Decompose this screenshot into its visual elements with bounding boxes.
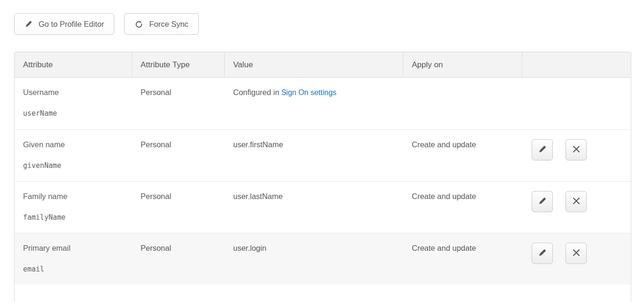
attribute-cell: Family name familyName [15, 182, 132, 233]
apply-on-cell: Create and update [403, 233, 522, 285]
attribute-type-cell: Personal [132, 78, 225, 129]
column-header-value: Value [225, 52, 403, 77]
attribute-variable: familyName [23, 213, 127, 222]
attribute-variable: email [23, 265, 127, 273]
close-icon [572, 248, 581, 259]
refresh-icon [134, 20, 143, 29]
value-cell: user.firstName [225, 130, 403, 181]
remove-attribute-button[interactable] [565, 243, 587, 264]
column-header-apply-on: Apply on [403, 52, 522, 77]
close-icon [572, 196, 581, 207]
table-row-partial [15, 285, 631, 302]
attribute-label: Given name [23, 140, 127, 149]
attribute-type-text: Personal [141, 192, 171, 200]
attribute-variable: userName [23, 109, 127, 118]
table-row: Family name familyName Personal user.las… [15, 181, 631, 233]
apply-on-cell: Create and update [403, 130, 522, 181]
value-text: Configured in [233, 88, 279, 96]
attribute-type-text: Personal [141, 244, 171, 252]
remove-attribute-button[interactable] [565, 191, 587, 212]
attribute-variable: givenName [23, 161, 127, 170]
attribute-type-text: Personal [141, 88, 171, 96]
actions-cell [522, 182, 631, 233]
pencil-icon [538, 196, 547, 207]
sign-on-settings-link[interactable]: Sign On settings [281, 88, 336, 96]
pencil-icon [24, 20, 33, 28]
table-row: Username userName Personal Configured in… [15, 78, 631, 129]
force-sync-label: Force Sync [149, 20, 188, 29]
attribute-label: Primary email [23, 244, 127, 253]
apply-on-cell [403, 78, 522, 129]
value-text: user.firstName [233, 140, 283, 149]
go-to-profile-editor-label: Go to Profile Editor [39, 20, 104, 29]
actions-cell [522, 78, 631, 129]
pencil-icon [538, 144, 547, 155]
apply-on-text: Create and update [412, 140, 476, 149]
column-header-actions [522, 52, 631, 77]
attribute-type-cell: Personal [132, 130, 225, 181]
force-sync-button[interactable]: Force Sync [124, 13, 198, 35]
attribute-type-cell: Personal [132, 233, 225, 285]
go-to-profile-editor-button[interactable]: Go to Profile Editor [14, 13, 114, 35]
apply-on-text: Create and update [412, 192, 476, 200]
apply-on-cell: Create and update [403, 182, 522, 233]
apply-on-text: Create and update [412, 244, 476, 252]
edit-attribute-button[interactable] [532, 139, 553, 160]
close-icon [572, 144, 581, 155]
edit-attribute-button[interactable] [532, 243, 553, 264]
actions-cell [522, 130, 631, 181]
value-cell: user.lastName [225, 182, 403, 233]
attribute-label: Username [23, 88, 127, 97]
edit-attribute-button[interactable] [532, 191, 553, 212]
toolbar: Go to Profile Editor Force Sync [14, 13, 199, 35]
attribute-type-text: Personal [141, 140, 171, 149]
actions-group [522, 233, 631, 264]
value-cell: user.login [225, 233, 403, 285]
table-row: Primary email email Personal user.login … [15, 233, 631, 285]
actions-cell [522, 233, 631, 285]
value-text: user.login [233, 244, 267, 252]
table-row: Given name givenName Personal user.first… [15, 129, 631, 181]
actions-group [522, 182, 631, 212]
pencil-icon [538, 248, 547, 259]
table-body: Username userName Personal Configured in… [15, 78, 631, 285]
column-header-attribute: Attribute [15, 52, 132, 77]
attribute-label: Family name [23, 192, 127, 201]
value-cell: Configured inSign On settings [225, 78, 403, 129]
column-header-attribute-type: Attribute Type [132, 52, 225, 77]
table-header-row: Attribute Attribute Type Value Apply on [15, 52, 631, 78]
attribute-cell: Primary email email [15, 233, 132, 285]
actions-group [522, 130, 631, 160]
attribute-cell: Given name givenName [15, 130, 132, 181]
attribute-mapping-table: Attribute Attribute Type Value Apply on … [14, 52, 631, 302]
remove-attribute-button[interactable] [565, 139, 587, 160]
value-text: user.lastName [233, 192, 283, 200]
attribute-cell: Username userName [15, 78, 132, 129]
attribute-type-cell: Personal [132, 182, 225, 233]
